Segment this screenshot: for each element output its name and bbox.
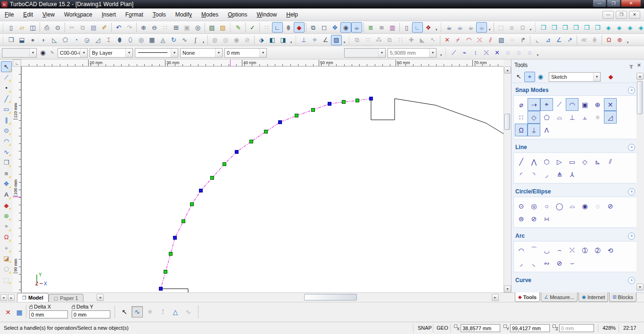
snap-quadrant-icon[interactable]: ⊕	[591, 98, 604, 111]
mesh-3d-icon[interactable]: ▦	[147, 35, 157, 45]
close-button[interactable]: ✕	[621, 0, 641, 7]
snap-grid-icon[interactable]: ∷	[515, 111, 528, 124]
visibility-eye-icon[interactable]: ◉	[39, 49, 47, 57]
arc-1-2-3-icon[interactable]: ➀	[578, 244, 591, 257]
view-right-icon[interactable]: ◈	[614, 22, 625, 33]
title-bar[interactable]: tc TurboCAD Deluxe 15.2 - [Drawing1 Worl…	[0, 0, 644, 8]
snap-aperture-icon[interactable]: ⊛	[1, 210, 12, 221]
wedge-3d-icon[interactable]: ◿	[92, 35, 103, 45]
fields-table-icon[interactable]: ▦	[14, 307, 25, 317]
array-polar-icon[interactable]: ⁂	[373, 35, 384, 45]
menu-edit[interactable]: Edit	[18, 9, 38, 20]
hatch-pattern-icon[interactable]: ▨	[331, 35, 342, 45]
tab-scroll-left-button[interactable]: ▼	[0, 294, 7, 301]
arc-3-point-icon[interactable]: ⌢	[553, 244, 566, 257]
chamfer-icon[interactable]: ⊿	[543, 35, 553, 45]
spline-handle-green[interactable]	[223, 163, 226, 166]
spline-handle-green[interactable]	[250, 140, 253, 143]
rotated-rectangle-icon[interactable]: ◇	[578, 155, 591, 168]
zoom-page-icon[interactable]: ▣	[182, 22, 192, 33]
palette-tab-blocks[interactable]: ⊞Blocks	[609, 292, 636, 302]
boolean-slice-icon[interactable]: ⊘	[242, 35, 253, 45]
arc-start-end-icon[interactable]: ◡	[540, 244, 553, 257]
arc-complement-icon[interactable]: ◠	[463, 35, 474, 45]
array-copy-icon[interactable]: ⧉	[352, 35, 363, 45]
help-book-icon[interactable]: ❖	[423, 22, 434, 33]
cone-3d-icon[interactable]: ◺	[49, 35, 60, 45]
hemisphere-3d-icon[interactable]: ◗	[38, 35, 49, 45]
toolbar-grip[interactable]	[2, 35, 4, 45]
view-left-icon[interactable]: ◈	[603, 22, 614, 33]
irregular-polygon-icon[interactable]: ▷	[553, 155, 566, 168]
rotated-ellipse-arc-icon[interactable]: ⊘	[553, 257, 566, 269]
menu-file[interactable]: File	[0, 9, 18, 20]
snap-cross-icon[interactable]: ⤬	[481, 48, 492, 58]
ratio-arc-icon[interactable]: ⌣	[566, 257, 578, 269]
rotated-box-3d-icon[interactable]: ⬓	[17, 35, 27, 45]
spline-node-blue[interactable]	[159, 287, 163, 291]
ellipse-fixed-ratio-icon[interactable]: ∺	[540, 212, 553, 225]
circle-3-point-icon[interactable]: ◯	[553, 200, 566, 212]
cursor-size-combo[interactable]: 5,9089 mm▾	[388, 48, 437, 58]
menu-insert[interactable]: Insert	[97, 9, 121, 20]
propbar-overflow-button[interactable]: ▾	[438, 48, 444, 58]
select-lasso-icon[interactable]: Ω	[517, 22, 528, 33]
lock-icon[interactable]	[29, 306, 33, 309]
vertical-ruler[interactable]: 110 mm100 mm90 mm	[13, 67, 21, 292]
palette-icon[interactable]: ▥	[387, 22, 398, 33]
snap-aperture-angle-icon[interactable]: Λ	[540, 124, 553, 136]
zoom-window-icon[interactable]: ⊞	[171, 22, 182, 33]
pen-lock-icon[interactable]: ✎	[48, 49, 57, 57]
selected-spline[interactable]	[161, 99, 371, 289]
boolean-intersect-icon[interactable]: ◉	[231, 35, 242, 45]
object-intersect-icon[interactable]: ✕	[442, 35, 453, 45]
view-top-icon[interactable]: ❒	[560, 22, 570, 33]
toolbar-overflow-button[interactable]: ▾	[535, 48, 540, 58]
delta-x-field[interactable]	[29, 310, 68, 318]
pick-point-icon[interactable]: ↖	[428, 35, 438, 45]
inspector-edit-tool-icon[interactable]: ∿	[132, 306, 143, 317]
circle-center-radius-icon[interactable]: ⊙	[515, 200, 528, 212]
zoom-in-icon[interactable]: ⊕	[138, 22, 149, 33]
page-setup-icon[interactable]: ▯	[401, 22, 412, 33]
section-header-line[interactable]: Line«	[513, 142, 637, 152]
explode-icon[interactable]: Ω	[603, 35, 614, 45]
line-width-combo[interactable]: 0 mm▾	[224, 48, 267, 58]
spline-node-blue[interactable]	[279, 121, 282, 124]
array-grid-icon[interactable]: ∷	[363, 35, 373, 45]
snap-divide-icon[interactable]: ✳	[591, 111, 604, 124]
zoom-out-icon[interactable]: ⊖	[149, 22, 160, 33]
spline-handle-green[interactable]	[164, 270, 167, 274]
solid-tool-icon[interactable]: ■	[1, 168, 12, 179]
line-tool-icon[interactable]: ╱	[1, 93, 12, 104]
palette-scroll-down-button[interactable]: ▼	[636, 284, 644, 291]
zoom-extents-icon[interactable]: ◎	[192, 22, 203, 33]
parallel-line-icon[interactable]: ⫽	[604, 155, 617, 168]
drawing-canvas[interactable]: YZX	[21, 67, 504, 292]
toolbar-overflow-button[interactable]: ▾	[528, 22, 533, 33]
workplane-axis-icon[interactable]: ⊥	[298, 35, 309, 45]
circle-tool-icon[interactable]: ⊙	[1, 125, 12, 136]
box-3d-tool-icon[interactable]: ❒	[1, 157, 12, 168]
circle-tool-icon[interactable]: ○	[507, 35, 518, 45]
spline-handle-green[interactable]	[356, 99, 359, 102]
pick-arrow-icon[interactable]: ↱	[518, 35, 528, 45]
inspector-star-icon[interactable]: ✳	[144, 306, 156, 317]
toolbar-overflow-button[interactable]: ▾	[201, 35, 206, 45]
materials-icon[interactable]: ≋	[376, 22, 387, 33]
palette-close-icon[interactable]: ✕	[637, 62, 641, 68]
collapse-chevron-icon[interactable]: «	[628, 233, 635, 240]
snap-dash-circle-2-icon[interactable]: ◌	[513, 48, 524, 58]
spline-handle-green[interactable]	[312, 109, 315, 112]
mdi-close-button[interactable]: ✕	[629, 11, 640, 19]
object-trim-icon[interactable]: ⤬	[474, 35, 485, 45]
workplane-angle-icon[interactable]: ✧	[309, 35, 320, 45]
render-bucket-icon[interactable]: ◆	[294, 22, 305, 33]
render-scene-icon[interactable]: ☕	[351, 22, 362, 33]
select-picture-icon[interactable]: ⧈	[506, 22, 517, 33]
imprint-3d-icon[interactable]: ⌶	[103, 35, 114, 45]
sheet-tab-paper-[interactable]: ▢Paper 1	[49, 294, 83, 302]
snap-incline-icon[interactable]: ◿	[604, 111, 617, 124]
toolbar-grip[interactable]	[440, 23, 442, 32]
copy-drawing-icon[interactable]: ⧉	[308, 22, 319, 33]
